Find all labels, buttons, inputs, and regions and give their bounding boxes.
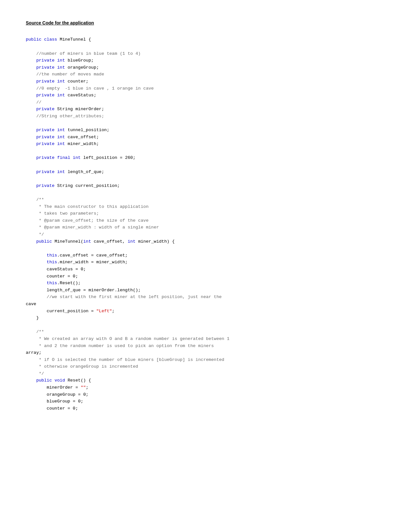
code-block: public class MineTunnel { //number of mi… <box>26 36 385 412</box>
page-title: Source Code for the application <box>26 19 385 26</box>
